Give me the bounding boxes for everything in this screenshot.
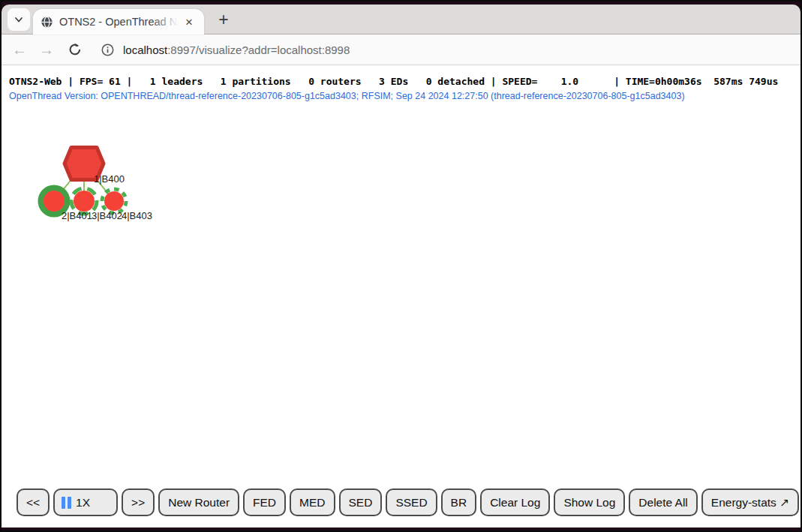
reload-icon[interactable] bbox=[68, 42, 83, 57]
energy-stats-button[interactable]: Energy-stats ↗ bbox=[701, 488, 799, 516]
node-label: 2|B401 bbox=[62, 210, 92, 221]
tab-title: OTNS2 - OpenThread Ne bbox=[59, 16, 178, 28]
forward-icon[interactable]: → bbox=[38, 41, 56, 59]
browser-window: OTNS2 - OpenThread Ne × + ← → localhost:… bbox=[0, 0, 802, 532]
url-path: :8997/visualize?addr=localhost:8998 bbox=[167, 44, 350, 56]
clear-log-button[interactable]: Clear Log bbox=[480, 488, 550, 516]
fed-button[interactable]: FED bbox=[243, 488, 286, 516]
br-button[interactable]: BR bbox=[441, 488, 477, 516]
info-icon[interactable] bbox=[101, 43, 115, 57]
back-icon[interactable]: ← bbox=[11, 41, 29, 59]
delete-all-button[interactable]: Delete All bbox=[629, 488, 697, 516]
page-content: OTNS2-Web | FPS= 61 | 1 leaders 1 partit… bbox=[2, 65, 800, 527]
show-log-button[interactable]: Show Log bbox=[554, 488, 625, 516]
node-label: 4|B403 bbox=[122, 210, 152, 221]
navigation-bar: ← → localhost:8997/visualize?addr=localh… bbox=[2, 35, 800, 65]
tab-list-button[interactable] bbox=[8, 8, 30, 31]
ssed-button[interactable]: SSED bbox=[386, 488, 437, 516]
pause-icon bbox=[62, 497, 71, 509]
pause-speed-button[interactable]: 1X bbox=[53, 488, 118, 516]
globe-icon bbox=[41, 16, 53, 29]
speed-label: 1X bbox=[76, 496, 90, 509]
rewind-button[interactable]: << bbox=[17, 488, 50, 516]
tab-title-fade bbox=[152, 16, 178, 28]
sed-button[interactable]: SED bbox=[339, 488, 383, 516]
fast-forward-button[interactable]: >> bbox=[122, 488, 155, 516]
chevron-down-icon bbox=[13, 14, 25, 26]
bottom-toolbar: << 1X >> New Router FED MED SED SSED BR … bbox=[17, 488, 802, 516]
network-canvas[interactable]: 1|B400 2|B401 3|B402 4|B403 bbox=[2, 65, 317, 260]
tab-close-icon[interactable]: × bbox=[185, 16, 193, 29]
url-text[interactable]: localhost:8997/visualize?addr=localhost:… bbox=[123, 44, 350, 56]
new-tab-button[interactable]: + bbox=[212, 8, 235, 31]
tab-otns2[interactable]: OTNS2 - OpenThread Ne × bbox=[33, 9, 204, 35]
med-button[interactable]: MED bbox=[290, 488, 335, 516]
tab-bar: OTNS2 - OpenThread Ne × + bbox=[2, 5, 800, 35]
node-label: 3|B402 bbox=[92, 210, 122, 221]
url-host: localhost bbox=[123, 44, 167, 56]
new-router-button[interactable]: New Router bbox=[158, 488, 239, 516]
node-label: 1|B400 bbox=[94, 173, 125, 185]
